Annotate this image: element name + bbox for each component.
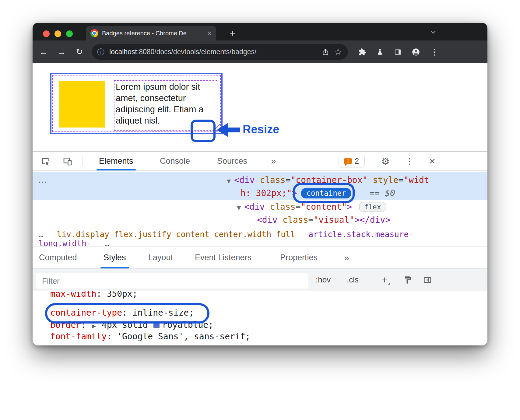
styles-filter-input[interactable] (36, 273, 308, 289)
share-icon[interactable] (321, 48, 329, 56)
tree-overflow-ellipsis[interactable]: … (38, 174, 47, 185)
browser-window: Badges reference - Chrome De ✕ + ← → ↻ ⓘ… (33, 23, 487, 345)
tab-title: Badges reference - Chrome De (102, 30, 205, 37)
css-rules-pane: max-width: 350px; container-type: inline… (33, 291, 487, 345)
macos-close-button[interactable] (43, 30, 50, 37)
styles-pane-tabs: Computed Styles Layout Event Listeners P… (33, 247, 487, 269)
toggle-hover-state-button[interactable]: :hov (316, 269, 331, 291)
css-code: max-width: 350px; (50, 291, 138, 299)
css-code: container-type: inline-size; (50, 308, 194, 318)
macos-minimize-button[interactable] (54, 30, 61, 37)
toolbar-divider (372, 156, 372, 166)
issue-count: 2 (355, 157, 359, 166)
tab-console[interactable]: Console (160, 152, 190, 170)
reload-button[interactable]: ↻ (73, 44, 86, 59)
visual-yellow-box (59, 81, 105, 128)
chrome-favicon-icon (90, 29, 98, 37)
elements-tree: … ▼<div class="container-box" style="wid… (33, 171, 487, 231)
browser-tab[interactable]: Badges reference - Chrome De ✕ (86, 26, 216, 40)
toolbar-divider (82, 156, 83, 166)
container-badge[interactable]: container (301, 188, 351, 198)
flex-badge[interactable]: flex (359, 202, 386, 212)
dom-code: ▼<div class="content"> (237, 202, 352, 212)
dom-breadcrumbs[interactable]: …liv.display-flex.justify-content-center… (33, 231, 487, 247)
url-host: localhost (109, 48, 137, 56)
url-text[interactable]: localhost:8080/docs/devtools/elements/ba… (109, 48, 321, 56)
dom-row-container-box-wrap[interactable]: h: 302px;"> container == $0 (241, 187, 395, 200)
tab-close-icon[interactable]: ✕ (207, 30, 212, 37)
dom-row-container-box-open[interactable]: ▼<div class="container-box" style="widt (227, 173, 429, 187)
css-code: border: ▶ 4px solid royalblue; (50, 320, 213, 330)
browser-menu-icon[interactable]: ⋮ (427, 44, 442, 60)
devtools-panel: Elements Console Sources » ! 2 ⚙ ⋮ ✕ … ▼… (33, 151, 487, 345)
more-tabs-chevron[interactable]: » (271, 152, 276, 170)
omnibox[interactable]: ⓘ localhost:8080/docs/devtools/elements/… (92, 44, 348, 60)
page-viewport: Lorem ipsum dolor sit amet, consectetur … (33, 63, 487, 151)
dom-row-content-div[interactable]: ▼<div class="content"> flex (237, 200, 386, 213)
breadcrumb[interactable]: …liv.display-flex.justify-content-center… (39, 231, 487, 247)
devtools-menu-icon[interactable]: ⋮ (404, 156, 415, 167)
tab-properties[interactable]: Properties (280, 247, 318, 268)
lorem-text-block: Lorem ipsum dolor sit amet, consectetur … (114, 80, 217, 131)
tab-event-listeners[interactable]: Event Listeners (195, 247, 251, 268)
dom-code: h: 302px;"> (241, 188, 297, 198)
chevron-down-icon[interactable] (430, 30, 436, 34)
new-style-rule-button[interactable]: + (381, 269, 388, 291)
css-declaration-container-type[interactable]: container-type: inline-size; (50, 307, 194, 318)
tab-strip: Badges reference - Chrome De ✕ + (33, 23, 487, 40)
css-declaration-max-width[interactable]: max-width: 350px; (50, 291, 138, 299)
tab-styles[interactable]: Styles (104, 247, 126, 268)
dom-code: == $0 (369, 188, 395, 198)
address-bar: ← → ↻ ⓘ localhost:8080/docs/devtools/ele… (33, 40, 487, 63)
toggle-sidebar-icon[interactable] (422, 274, 433, 286)
dom-code: ▼<div class="container-box" style="widt (227, 175, 429, 185)
resize-handle[interactable] (212, 122, 221, 131)
side-panel-icon[interactable] (391, 44, 405, 60)
forward-button[interactable]: → (55, 44, 68, 59)
labs-flask-icon[interactable] (373, 44, 387, 60)
bookmark-star-icon[interactable]: ☆ (334, 47, 342, 57)
profile-avatar[interactable] (409, 44, 423, 60)
tab-sources[interactable]: Sources (217, 152, 247, 170)
tab-layout[interactable]: Layout (148, 247, 173, 268)
css-declaration-font-family[interactable]: font-family: 'Google Sans', sans-serif; (50, 331, 250, 342)
dom-code: <div class="visual"></div> (257, 215, 390, 225)
devtools-toolbar: Elements Console Sources » ! 2 ⚙ ⋮ ✕ (33, 152, 487, 171)
settings-gear-icon[interactable]: ⚙ (380, 156, 391, 167)
dom-row-visual-div[interactable]: <div class="visual"></div> (257, 213, 390, 226)
issues-badge[interactable]: ! 2 (339, 155, 365, 167)
inspect-element-icon[interactable] (40, 156, 51, 167)
device-toolbar-icon[interactable] (62, 156, 73, 167)
tab-elements[interactable]: Elements (99, 152, 133, 170)
site-info-icon[interactable]: ⓘ (97, 47, 104, 57)
tab-computed[interactable]: Computed (39, 247, 77, 268)
issue-warning-icon: ! (344, 158, 352, 164)
paint-format-icon[interactable] (402, 274, 413, 286)
annotation-resize-label: Resize (243, 123, 279, 136)
devtools-close-icon[interactable]: ✕ (427, 156, 438, 167)
css-declaration-border[interactable]: border: ▶ 4px solid royalblue; (50, 319, 213, 331)
annotation-arrow-shaft (228, 128, 240, 132)
macos-zoom-button[interactable] (66, 30, 73, 37)
container-box-element: Lorem ipsum dolor sit amet, consectetur … (50, 73, 223, 134)
back-button[interactable]: ← (37, 44, 50, 59)
toggle-class-button[interactable]: .cls (347, 269, 359, 291)
styles-more-tabs-chevron[interactable]: » (344, 247, 349, 268)
extensions-icon[interactable] (355, 44, 370, 60)
url-path: :8080/docs/devtools/elements/badges/ (137, 48, 257, 56)
styles-filter-bar: :hov .cls + (33, 269, 487, 291)
new-tab-button[interactable]: + (226, 26, 239, 40)
css-code: font-family: 'Google Sans', sans-serif; (50, 331, 250, 341)
